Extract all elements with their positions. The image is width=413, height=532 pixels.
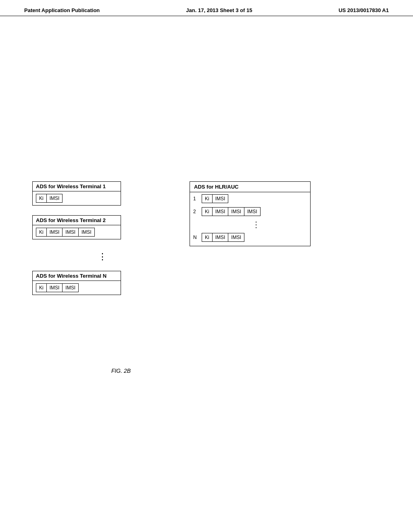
fig-label: FIG. 2B xyxy=(81,368,161,374)
hlr-rown-num: N xyxy=(193,235,200,240)
ads-wt1-box: ADS for Wireless Terminal 1 Ki IMSI xyxy=(32,181,121,206)
ads-wtn-cell-imsi2: IMSI xyxy=(62,283,79,292)
hlr-row-n: N Ki IMSI IMSI xyxy=(190,231,310,246)
ads-wt2-content: Ki IMSI IMSI IMSI xyxy=(33,225,121,239)
ads-wtn-cell-ki: Ki xyxy=(36,283,47,292)
hlr-box: ADS for HLR/AUC 1 Ki IMSI 2 Ki IMSI IMSI… xyxy=(190,181,311,246)
left-panel-dots: ⋮ xyxy=(36,252,169,261)
ads-wt1-content: Ki IMSI xyxy=(33,191,121,205)
ads-wt1-title: ADS for Wireless Terminal 1 xyxy=(33,182,121,191)
hlr-row-2: 2 Ki IMSI IMSI IMSI xyxy=(190,205,310,218)
left-panel: ADS for Wireless Terminal 1 Ki IMSI ADS … xyxy=(32,181,169,305)
ads-wtn-content: Ki IMSI IMSI xyxy=(33,281,121,295)
hlr-row2-imsi3: IMSI xyxy=(244,207,261,216)
hlr-row1-num: 1 xyxy=(193,196,200,202)
hlr-row-1: 1 Ki IMSI xyxy=(190,192,310,205)
hlr-title: ADS for HLR/AUC xyxy=(190,182,310,192)
hlr-dots: ⋮ xyxy=(190,218,310,231)
header-date-sheet: Jan. 17, 2013 Sheet 3 of 15 xyxy=(186,7,252,13)
ads-wtn-box: ADS for Wireless Terminal N Ki IMSI IMSI xyxy=(32,271,121,295)
ads-wt2-cell-imsi1: IMSI xyxy=(46,228,63,237)
header-patent-number: US 2013/0017830 A1 xyxy=(338,7,389,13)
header-publication-label: Patent Application Publication xyxy=(24,7,100,13)
hlr-rown-ki: Ki xyxy=(202,233,213,242)
hlr-row1-imsi: IMSI xyxy=(212,194,229,203)
ads-wt2-cell-ki: Ki xyxy=(36,228,47,237)
hlr-rown-imsi2: IMSI xyxy=(228,233,244,242)
hlr-row2-num: 2 xyxy=(193,209,200,214)
page-header: Patent Application Publication Jan. 17, … xyxy=(0,0,413,16)
ads-wt2-box: ADS for Wireless Terminal 2 Ki IMSI IMSI… xyxy=(32,215,121,239)
ads-wt2-cell-imsi2: IMSI xyxy=(62,228,79,237)
ads-wt1-cell-imsi: IMSI xyxy=(46,194,63,203)
ads-wtn-cell-imsi1: IMSI xyxy=(46,283,63,292)
hlr-rown-imsi1: IMSI xyxy=(212,233,229,242)
ads-wt1-cell-ki: Ki xyxy=(36,194,47,203)
hlr-row2-imsi2: IMSI xyxy=(228,207,244,216)
hlr-row2-imsi1: IMSI xyxy=(212,207,229,216)
right-panel: ADS for HLR/AUC 1 Ki IMSI 2 Ki IMSI IMSI… xyxy=(190,181,315,246)
ads-wtn-title: ADS for Wireless Terminal N xyxy=(33,271,121,281)
ads-wt2-title: ADS for Wireless Terminal 2 xyxy=(33,216,121,225)
hlr-row2-ki: Ki xyxy=(202,207,213,216)
hlr-row1-ki: Ki xyxy=(202,194,213,203)
ads-wt2-cell-imsi3: IMSI xyxy=(78,228,95,237)
